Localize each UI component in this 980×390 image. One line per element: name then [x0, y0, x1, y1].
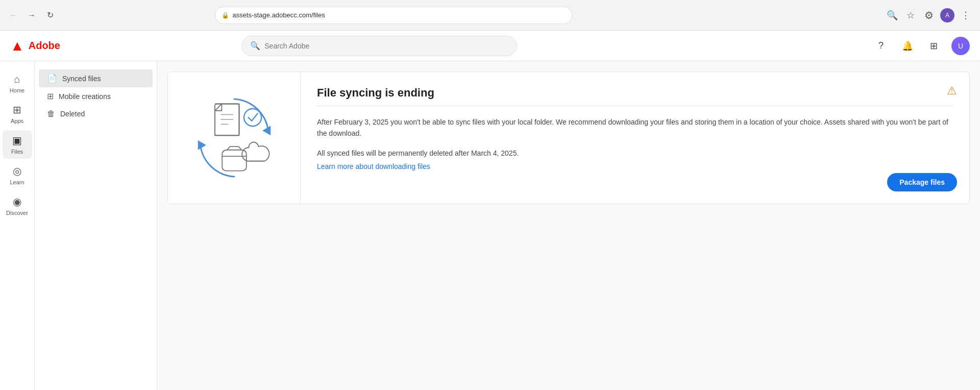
- deleted-icon: 🗑: [47, 109, 55, 118]
- sidebar-item-discover-label: Discover: [6, 210, 28, 216]
- notifications-button[interactable]: 🔔: [898, 37, 917, 55]
- svg-marker-0: [262, 126, 271, 135]
- sidebar-mobile-creations[interactable]: ⊞ Mobile creations: [39, 87, 153, 105]
- zoom-button[interactable]: 🔍: [884, 7, 900, 23]
- sidebar-item-apps-label: Apps: [11, 118, 23, 124]
- banner-illustration: [168, 72, 301, 204]
- svg-marker-1: [198, 140, 206, 150]
- deleted-label: Deleted: [60, 110, 85, 118]
- bookmark-button[interactable]: ☆: [902, 7, 919, 23]
- forward-button[interactable]: →: [24, 8, 39, 22]
- profile-button[interactable]: A: [939, 7, 955, 23]
- nav-actions: ? 🔔 ⊞ U: [872, 37, 970, 55]
- files-icon: ▣: [12, 134, 22, 147]
- discover-icon: ◉: [13, 196, 21, 208]
- menu-button[interactable]: ⋮: [958, 7, 974, 23]
- url-input[interactable]: [232, 11, 566, 19]
- sidebar-item-learn[interactable]: ◎ Learn: [3, 161, 32, 189]
- svg-point-6: [244, 109, 261, 126]
- sidebar-deleted[interactable]: 🗑 Deleted: [39, 105, 153, 123]
- reload-button[interactable]: ↻: [43, 8, 57, 22]
- synced-files-icon: 📄: [47, 74, 57, 83]
- app-container: ▲ Adobe 🔍 ? 🔔 ⊞ U ⌂ Home ⊞ Apps ▣: [0, 31, 980, 390]
- banner-content: ⚠ File syncing is ending After February …: [301, 72, 969, 204]
- sidebar-item-files-label: Files: [11, 149, 23, 155]
- lock-icon: 🔒: [222, 12, 229, 19]
- adobe-logo-icon: ▲: [10, 38, 24, 54]
- banner-title: File syncing is ending: [317, 86, 953, 100]
- address-bar[interactable]: 🔒: [215, 7, 572, 24]
- apps-icon: ⊞: [13, 104, 21, 116]
- browser-chrome: ← → ↻ 🔒 🔍 ☆ ⚙ A ⋮: [0, 0, 980, 31]
- main-area: ⌂ Home ⊞ Apps ▣ Files ◎ Learn ◉ Discover: [0, 61, 980, 390]
- browser-actions: 🔍 ☆ ⚙ A ⋮: [884, 7, 974, 23]
- sidebar-item-files[interactable]: ▣ Files: [3, 130, 32, 159]
- mobile-creations-label: Mobile creations: [59, 92, 111, 101]
- sidebar-item-learn-label: Learn: [10, 179, 24, 185]
- sync-banner: ⚠ File syncing is ending After February …: [167, 71, 970, 204]
- file-sidebar: 📄 Synced files ⊞ Mobile creations 🗑 Dele…: [35, 61, 157, 390]
- adobe-logo-text: Adobe: [29, 40, 60, 52]
- help-button[interactable]: ?: [872, 37, 890, 55]
- extension-button[interactable]: ⚙: [921, 7, 937, 23]
- user-avatar[interactable]: U: [951, 37, 970, 55]
- warning-icon: ⚠: [947, 84, 957, 98]
- sidebar-item-home-label: Home: [10, 87, 24, 93]
- home-icon: ⌂: [14, 74, 20, 85]
- sidebar-item-home[interactable]: ⌂ Home: [3, 69, 32, 98]
- apps-grid-button[interactable]: ⊞: [925, 37, 943, 55]
- banner-divider: [317, 106, 953, 106]
- learn-icon: ◎: [13, 165, 21, 177]
- mobile-creations-icon: ⊞: [47, 91, 54, 101]
- search-bar[interactable]: 🔍: [241, 36, 517, 56]
- search-input[interactable]: [264, 42, 508, 50]
- sidebar-synced-files[interactable]: 📄 Synced files: [39, 69, 153, 87]
- package-files-button[interactable]: Package files: [887, 173, 957, 191]
- back-button[interactable]: ←: [6, 8, 20, 22]
- learn-more-link[interactable]: Learn more about downloading files: [317, 162, 430, 170]
- profile-avatar: A: [940, 8, 954, 22]
- main-content: ⚠ File syncing is ending After February …: [157, 61, 980, 390]
- top-nav: ▲ Adobe 🔍 ? 🔔 ⊞ U: [0, 31, 980, 61]
- icon-sidebar: ⌂ Home ⊞ Apps ▣ Files ◎ Learn ◉ Discover: [0, 61, 35, 390]
- sidebar-item-apps[interactable]: ⊞ Apps: [3, 100, 32, 128]
- search-icon: 🔍: [250, 41, 260, 51]
- sync-illustration: [186, 89, 283, 186]
- banner-body2: All synced files will be permanently del…: [317, 148, 953, 159]
- banner-body1: After February 3, 2025 you won't be able…: [317, 116, 953, 139]
- adobe-logo[interactable]: ▲ Adobe: [10, 38, 60, 54]
- synced-files-label: Synced files: [62, 75, 101, 83]
- sidebar-item-discover[interactable]: ◉ Discover: [3, 191, 32, 220]
